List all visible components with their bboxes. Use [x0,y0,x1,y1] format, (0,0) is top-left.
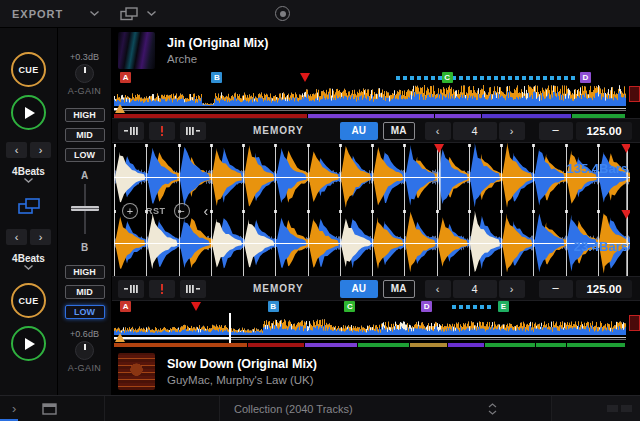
deck2-beats-select[interactable]: 4Beats [12,253,45,271]
grid-slide-right-button[interactable] [180,122,206,140]
record-icon[interactable] [275,6,290,21]
deck2-overview-canvas[interactable] [114,313,626,343]
zoom-minus-button[interactable]: − [539,122,573,140]
grid-slide-left-button[interactable] [118,122,144,140]
zoom-reset-button[interactable]: RST [146,206,166,216]
phrase-segment [482,114,571,118]
mode-chevron-icon[interactable] [89,10,100,17]
deck2-track-artist: GuyMac, Murphy's Law (UK) [167,374,317,386]
deck1-jump-back-button[interactable]: ‹ [6,142,27,158]
waveform-zoom-controls: + RST − ‹ [122,203,208,219]
deck2-cue-button[interactable]: CUE [11,283,46,318]
deck1-overview-row: ABCD [112,72,640,118]
play-icon [25,107,35,119]
gain-a-knob[interactable] [75,64,94,83]
gain-a-label: A-GAIN [68,86,101,96]
start-cue-marker[interactable] [115,333,125,342]
hotcue-c-marker[interactable]: C [344,301,355,312]
deck1-overview-waveform[interactable]: ABCD [114,72,626,118]
deck1-bpm-display: 125.00 [576,122,632,140]
grid-marker-button[interactable] [149,122,175,140]
zoom-out-icon[interactable]: − [174,203,190,219]
layout-chevron-icon[interactable] [146,10,157,17]
hotcue-c-marker[interactable]: C [442,72,453,83]
grid-marker-button[interactable] [149,280,175,298]
hotcue-b-marker[interactable]: B [268,301,279,312]
zoom-minus-button[interactable]: − [539,280,573,298]
loop-dashes [396,76,575,80]
phrase-segment [567,343,625,347]
deck1-toolbar: MEMORY AU MA ‹ 4 › − 125.00 [112,118,640,143]
export-mode-label[interactable]: EXPORT [12,8,63,20]
beat-grid-view: 135.4Bars 23.4Bars + RST − ‹ [112,143,640,276]
beatjump-decrease-button[interactable]: ‹ [425,280,451,298]
panel-toggle-icon[interactable] [607,405,618,412]
deck1-overview-canvas[interactable] [114,84,626,114]
browser-bar: › Collection (2040 Tracks) [0,395,640,421]
grid-slide-left-button[interactable] [118,280,144,298]
phrase-segment [305,343,358,347]
deck1-album-art [118,32,155,69]
deck2-eq-high-button[interactable]: HIGH [65,265,105,279]
deck1-eq-mid-button[interactable]: MID [65,128,105,142]
hotcue-d-marker[interactable]: D [421,301,432,312]
deck1-phrase-bar [114,114,626,118]
beatjump-value: 4 [453,122,497,140]
memory-button[interactable]: MEMORY [253,283,304,294]
beatjump-increase-button[interactable]: › [499,280,525,298]
start-cue-marker[interactable] [115,104,125,113]
phrase-segment [114,343,247,347]
collection-label: Collection (2040 Tracks) [234,403,353,415]
phrase-segment [410,343,448,347]
zoom-in-icon[interactable]: + [122,203,138,219]
hotcue-a-marker[interactable]: A [120,72,131,83]
deck2-overview-waveform[interactable]: ABCDE [114,301,626,347]
collection-selector[interactable]: Collection (2040 Tracks) [220,396,552,421]
memory-button[interactable]: MEMORY [253,125,304,136]
hotcue-b-marker[interactable]: B [211,72,222,83]
beat-sync-link-icon[interactable] [18,198,40,219]
cue-manual-button[interactable]: MA [383,122,415,140]
deck1-play-button[interactable] [11,95,46,130]
collapse-controls-icon[interactable]: ‹ [204,203,209,219]
hotcue-e-marker[interactable]: E [498,301,509,312]
waveform-panel: Jin (Original Mix) Arche ABCD [112,28,640,395]
deck1-beats-select[interactable]: 4Beats [12,166,45,184]
panel-toggle-icon[interactable] [621,405,632,412]
gain-b-label: A-GAIN [68,363,101,373]
deck1-cue-button[interactable]: CUE [11,52,46,87]
browser-window-icon[interactable] [42,403,57,415]
deck2-overview-row: ABCDE [112,301,640,347]
layout-panels-icon[interactable] [120,7,138,21]
phrase-segment [248,343,303,347]
deck2-eq-low-button[interactable]: LOW [65,305,105,319]
deck1-eq-high-button[interactable]: HIGH [65,108,105,122]
browser-bar-left: › [0,396,105,421]
expand-browser-icon[interactable]: › [12,401,16,416]
beatjump-decrease-button[interactable]: ‹ [425,122,451,140]
deck2-eq-mid-button[interactable]: MID [65,285,105,299]
collection-spinner-icon[interactable] [488,403,497,415]
deck2-track-header: Slow Down (Original Mix) GuyMac, Murphy'… [112,347,640,395]
fader-handle[interactable] [71,206,99,211]
grid-slide-right-button[interactable] [180,280,206,298]
deck2-jump-back-button[interactable]: ‹ [6,229,27,245]
deck2-beatjump-buttons: ‹ › [6,229,51,245]
beatjump-increase-button[interactable]: › [499,122,525,140]
deck2-jump-forward-button[interactable]: › [30,229,51,245]
phrase-segment [308,114,435,118]
channel-fader[interactable] [68,184,102,234]
memory-cue-marker[interactable] [300,73,310,82]
cue-auto-button[interactable]: AU [340,280,378,298]
gain-b-knob[interactable] [75,341,94,360]
deck2-cue-layer: ABCDE [114,301,626,313]
memory-cue-marker[interactable] [191,302,201,311]
deck2-album-art [118,353,155,390]
hotcue-d-marker[interactable]: D [580,72,591,83]
deck2-play-button[interactable] [11,326,46,361]
cue-auto-button[interactable]: AU [340,122,378,140]
cue-manual-button[interactable]: MA [383,280,415,298]
hotcue-a-marker[interactable]: A [120,301,131,312]
deck1-jump-forward-button[interactable]: › [30,142,51,158]
deck1-eq-low-button[interactable]: LOW [65,148,105,162]
